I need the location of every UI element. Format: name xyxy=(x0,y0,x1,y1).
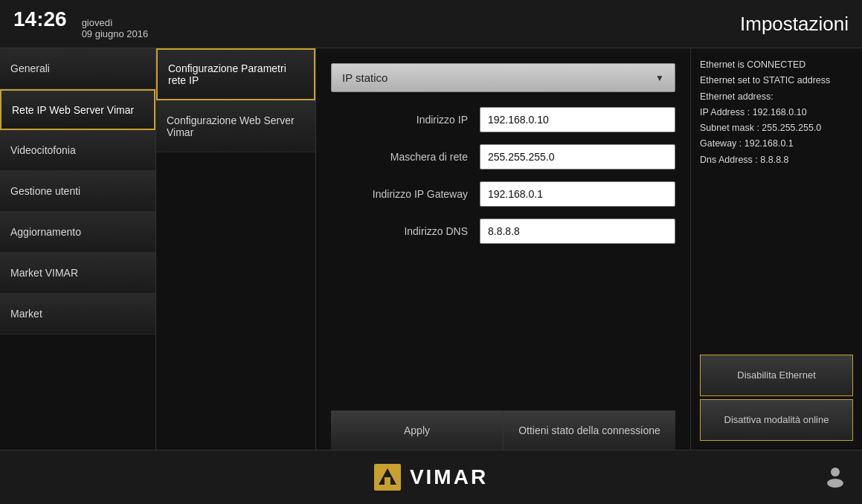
input-indirizzo-dns[interactable] xyxy=(480,219,675,244)
header-title: Impostazioni xyxy=(740,13,849,36)
svg-rect-2 xyxy=(385,477,390,485)
submenu-item-config-params-label: Configurazione Parametri rete IP xyxy=(168,62,303,86)
sidebar-item-market[interactable]: Market xyxy=(0,294,155,335)
sidebar-item-aggiornamento-label: Aggiornamento xyxy=(10,226,81,238)
sidebar-item-rete-ip-label: Rete IP Web Server Vimar xyxy=(12,104,134,116)
header-datetime: 14:26 giovedì 09 giugno 2016 xyxy=(13,8,148,39)
sidebar-item-rete-ip[interactable]: Rete IP Web Server Vimar xyxy=(0,89,155,130)
ip-type-dropdown[interactable]: IP statico ▼ xyxy=(331,63,675,92)
field-row-indirizzo-gateway: Indirizzo IP Gateway xyxy=(331,181,675,207)
sidebar-item-aggiornamento[interactable]: Aggiornamento xyxy=(0,212,155,253)
field-row-indirizzo-ip: Indirizzo IP xyxy=(331,107,675,132)
header-date: 09 giugno 2016 xyxy=(82,28,149,39)
ethernet-status-text: Ethernet is CONNECTED Ethernet set to ST… xyxy=(700,57,853,352)
footer: VIMAR xyxy=(0,450,862,504)
sidebar-item-gestione-utenti-label: Gestione utenti xyxy=(10,185,80,197)
info-panel: Ethernet is CONNECTED Ethernet set to ST… xyxy=(691,48,862,450)
label-indirizzo-gateway: Indirizzo IP Gateway xyxy=(331,188,480,200)
vimar-logo-icon xyxy=(374,464,401,491)
dropdown-value: IP statico xyxy=(342,71,387,84)
sidebar-item-generali-label: Generali xyxy=(10,62,50,74)
header-date-line: giovedì 09 giugno 2016 xyxy=(82,17,149,39)
user-icon[interactable] xyxy=(823,464,847,491)
header-day: giovedì xyxy=(82,17,149,28)
footer-brand: VIMAR xyxy=(374,464,488,491)
right-buttons: Disabilita Ethernet Disattiva modalità o… xyxy=(700,352,853,441)
ottieni-stato-button[interactable]: Ottieni stato della connessione xyxy=(504,411,675,450)
sidebar: Generali Rete IP Web Server Vimar Videoc… xyxy=(0,48,156,450)
content-actions: Apply Ottieni stato della connessione xyxy=(331,410,675,450)
field-row-maschera-rete: Maschera di rete xyxy=(331,144,675,169)
sidebar-item-generali[interactable]: Generali xyxy=(0,48,155,89)
label-indirizzo-ip: Indirizzo IP xyxy=(331,114,480,126)
svg-point-3 xyxy=(831,468,840,476)
main-area: Generali Rete IP Web Server Vimar Videoc… xyxy=(0,48,862,450)
disattiva-online-button[interactable]: Disattiva modalità online xyxy=(700,399,853,441)
sidebar-item-videocitofonia[interactable]: Videocitofonia xyxy=(0,130,155,171)
label-indirizzo-dns: Indirizzo DNS xyxy=(331,225,480,237)
svg-point-4 xyxy=(827,479,843,488)
ottieni-stato-label: Ottieni stato della connessione xyxy=(518,424,660,436)
field-row-indirizzo-dns: Indirizzo DNS xyxy=(331,219,675,244)
submenu-item-config-web[interactable]: Configurazione Web Server Vimar xyxy=(156,100,315,152)
sidebar-item-market-vimar-label: Market VIMAR xyxy=(10,267,78,279)
submenu-item-config-params[interactable]: Configurazione Parametri rete IP xyxy=(156,48,315,100)
disabilita-ethernet-button[interactable]: Disabilita Ethernet xyxy=(700,355,853,396)
label-maschera-rete: Maschera di rete xyxy=(331,151,480,163)
submenu-item-config-web-label: Configurazione Web Server Vimar xyxy=(167,114,305,138)
chevron-down-icon: ▼ xyxy=(655,73,664,83)
header-time: 14:26 xyxy=(13,8,67,31)
submenu: Configurazione Parametri rete IP Configu… xyxy=(156,48,316,450)
input-indirizzo-gateway[interactable] xyxy=(480,181,675,207)
apply-button[interactable]: Apply xyxy=(331,411,504,450)
apply-label: Apply xyxy=(404,424,430,436)
disattiva-online-label: Disattiva modalità online xyxy=(724,414,829,425)
sidebar-item-market-vimar[interactable]: Market VIMAR xyxy=(0,253,155,294)
sidebar-item-market-label: Market xyxy=(10,308,42,320)
sidebar-item-videocitofonia-label: Videocitofonia xyxy=(10,144,76,156)
content-panel: IP statico ▼ Indirizzo IP Maschera di re… xyxy=(316,48,691,450)
header: 14:26 giovedì 09 giugno 2016 Impostazion… xyxy=(0,0,862,48)
input-indirizzo-ip[interactable] xyxy=(480,107,675,132)
sidebar-item-gestione-utenti[interactable]: Gestione utenti xyxy=(0,171,155,212)
input-maschera-rete[interactable] xyxy=(480,144,675,169)
disabilita-ethernet-label: Disabilita Ethernet xyxy=(737,369,816,381)
footer-brand-name: VIMAR xyxy=(410,465,488,489)
